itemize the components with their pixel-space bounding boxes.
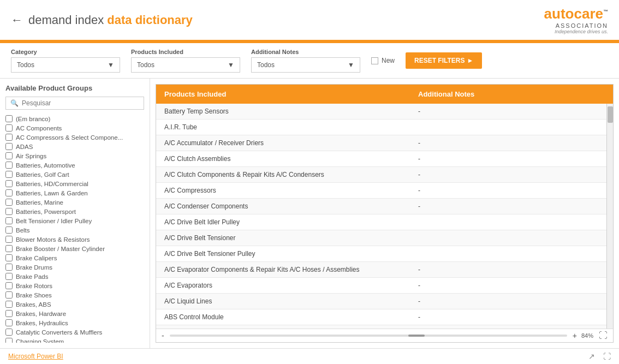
checkbox-19[interactable] — [5, 291, 13, 299]
share-icon[interactable]: ↗ — [588, 352, 595, 361]
expand-icon[interactable]: ⛶ — [599, 331, 608, 341]
checkbox-23[interactable] — [5, 329, 13, 336]
checkbox-2[interactable] — [5, 134, 13, 141]
table-area: Products Included Additional Notes Batte… — [150, 79, 619, 348]
cell-notes: - — [410, 309, 606, 325]
checkbox-22[interactable] — [5, 319, 13, 326]
list-item[interactable]: Batteries, Lawn & Garden — [5, 188, 144, 198]
list-item[interactable]: Brake Booster / Master Cylinder — [5, 244, 144, 253]
checkbox-8[interactable] — [5, 189, 13, 196]
list-item[interactable]: ADAS — [5, 142, 144, 151]
category-select[interactable]: Todos ▼ — [11, 57, 120, 73]
list-item[interactable]: Brakes, Hydraulics — [5, 318, 144, 327]
list-item[interactable]: Brake Pads — [5, 272, 144, 281]
checkbox-18[interactable] — [5, 282, 13, 289]
checkbox-0[interactable] — [5, 115, 13, 122]
cell-notes — [410, 214, 606, 230]
checkbox-label-14: Brake Booster / Master Cylinder — [16, 246, 105, 252]
checkbox-label-16: Brake Drums — [16, 264, 52, 271]
zoom-bar: - + 84% ⛶ — [156, 329, 613, 342]
checkbox-1[interactable] — [5, 124, 13, 132]
list-item[interactable]: Brake Calipers — [5, 253, 144, 262]
checkbox-14[interactable] — [5, 245, 13, 252]
reset-filters-button[interactable]: RESET FILTERS ► — [406, 52, 482, 69]
table-row: A/C Evaporator Components & Repair Kits … — [156, 262, 606, 278]
zoom-thumb[interactable] — [408, 335, 425, 337]
cell-notes: - — [410, 151, 606, 166]
list-item[interactable]: Batteries, Golf Cart — [5, 170, 144, 179]
checkbox-17[interactable] — [5, 273, 13, 280]
checkbox-12[interactable] — [5, 226, 13, 234]
checkbox-label-6: Batteries, Golf Cart — [16, 171, 69, 178]
products-arrow-icon: ▼ — [228, 61, 234, 69]
sidebar-title: Available Product Groups — [5, 84, 144, 92]
table-scrollbar[interactable] — [606, 104, 613, 329]
list-item[interactable]: (Em branco) — [5, 114, 144, 123]
notes-value: Todos — [257, 61, 275, 69]
checkbox-16[interactable] — [5, 264, 13, 271]
products-filter: Products Included Todos ▼ — [131, 49, 240, 73]
scrollbar-thumb[interactable] — [608, 106, 613, 123]
list-item[interactable]: Batteries, Powersport — [5, 207, 144, 216]
products-select[interactable]: Todos ▼ — [131, 57, 240, 73]
checkbox-9[interactable] — [5, 199, 13, 206]
list-item[interactable]: Batteries, Marine — [5, 198, 144, 207]
list-item[interactable]: Batteries, HD/Commercial — [5, 179, 144, 188]
cell-product: A/C Drive Belt Tensioner Pulley — [156, 246, 410, 261]
list-item[interactable]: Brakes, ABS — [5, 300, 144, 309]
bottom-bar: Microsoft Power BI ↗ ⛶ — [0, 348, 619, 364]
checkbox-6[interactable] — [5, 171, 13, 178]
category-label: Category — [11, 49, 120, 55]
title-prefix: demand index — [28, 13, 107, 27]
table-row: A/C Compressors- — [156, 183, 606, 199]
list-item[interactable]: Brake Shoes — [5, 290, 144, 300]
checkbox-label-17: Brake Pads — [16, 273, 48, 280]
list-item[interactable]: Batteries, Automotive — [5, 160, 144, 170]
new-checkbox[interactable] — [371, 57, 378, 64]
product-group-list: (Em branco)AC ComponentsAC Compressors &… — [5, 114, 144, 343]
list-item[interactable]: Belts — [5, 225, 144, 235]
checkbox-15[interactable] — [5, 254, 13, 261]
checkbox-13[interactable] — [5, 236, 13, 243]
notes-select[interactable]: Todos ▼ — [251, 57, 360, 73]
cell-notes — [410, 230, 606, 246]
notes-arrow-icon: ▼ — [348, 61, 354, 69]
checkbox-11[interactable] — [5, 217, 13, 224]
list-item[interactable]: Brake Rotors — [5, 281, 144, 290]
search-icon: 🔍 — [10, 99, 19, 107]
cell-notes: - — [410, 167, 606, 182]
bottom-icons: ↗ ⛶ — [588, 352, 611, 361]
cell-notes: - — [410, 183, 606, 198]
list-item[interactable]: Brakes, Hardware — [5, 309, 144, 318]
checkbox-21[interactable] — [5, 310, 13, 317]
list-item[interactable]: Charging System — [5, 337, 144, 343]
cell-notes: - — [410, 199, 606, 214]
back-button[interactable]: ← — [11, 13, 23, 27]
checkbox-4[interactable] — [5, 152, 13, 159]
search-box[interactable]: 🔍 — [5, 97, 144, 110]
table-row: ABS Control Module- — [156, 309, 606, 325]
list-item[interactable]: Catalytic Converters & Mufflers — [5, 327, 144, 337]
zoom-minus-button[interactable]: - — [162, 331, 164, 340]
list-item[interactable]: Air Springs — [5, 151, 144, 160]
list-item[interactable]: Brake Drums — [5, 262, 144, 272]
notes-filter: Additional Notes Todos ▼ — [251, 49, 360, 73]
checkbox-5[interactable] — [5, 162, 13, 169]
zoom-plus-button[interactable]: + — [573, 331, 577, 340]
list-item[interactable]: Belt Tensioner / Idler Pulley — [5, 216, 144, 225]
list-item[interactable]: AC Components — [5, 123, 144, 133]
cell-product: A/C Compressors — [156, 183, 410, 198]
checkbox-3[interactable] — [5, 143, 13, 150]
powerbi-link[interactable]: Microsoft Power BI — [8, 353, 63, 360]
fullscreen-icon[interactable]: ⛶ — [603, 352, 611, 361]
list-item[interactable]: Blower Motors & Resistors — [5, 235, 144, 244]
zoom-track[interactable] — [170, 335, 567, 337]
list-item[interactable]: AC Compressors & Select Compone... — [5, 133, 144, 142]
checkbox-label-8: Batteries, Lawn & Garden — [16, 190, 88, 196]
checkbox-24[interactable] — [5, 338, 13, 343]
search-input[interactable] — [22, 99, 139, 107]
cell-product: A.I.R. Tube — [156, 120, 410, 135]
checkbox-20[interactable] — [5, 301, 13, 308]
checkbox-7[interactable] — [5, 180, 13, 187]
checkbox-10[interactable] — [5, 208, 13, 215]
